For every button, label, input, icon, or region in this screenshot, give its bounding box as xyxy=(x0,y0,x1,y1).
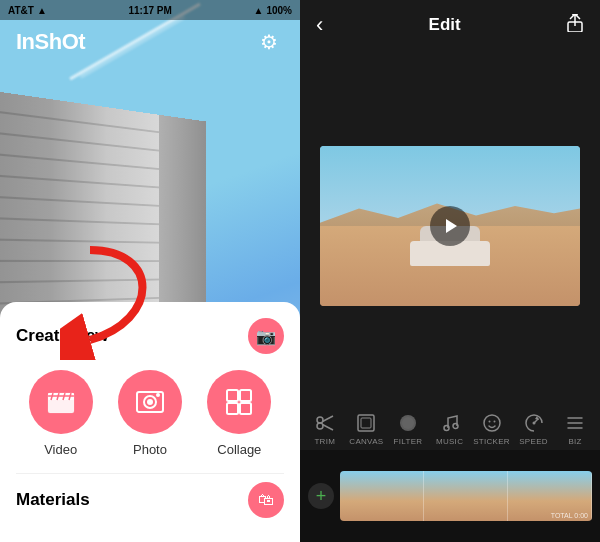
svg-rect-24 xyxy=(358,415,374,431)
status-left: AT&T ▲ xyxy=(8,5,47,16)
app-logo: InShOt xyxy=(16,29,85,55)
biz-icon xyxy=(565,412,585,434)
settings-button[interactable]: ⚙ xyxy=(254,27,284,57)
svg-line-23 xyxy=(322,425,333,431)
back-button[interactable]: ‹ xyxy=(316,12,323,38)
play-button[interactable] xyxy=(430,206,470,246)
clip-segment-2 xyxy=(424,471,508,521)
edit-title: Edit xyxy=(429,15,461,35)
video-area xyxy=(300,50,600,402)
trim-icon-svg xyxy=(315,413,335,433)
back-icon: ‹ xyxy=(316,12,323,38)
music-label: MUSIC xyxy=(436,437,463,446)
collage-option[interactable]: Collage xyxy=(207,370,271,457)
play-icon xyxy=(441,217,459,235)
timeline-clip[interactable]: TOTAL 0:00 xyxy=(340,471,592,521)
trim-tool[interactable]: TRIM xyxy=(307,412,343,446)
svg-point-31 xyxy=(488,421,490,423)
svg-line-22 xyxy=(322,416,333,422)
photo-label: Photo xyxy=(133,442,167,457)
materials-bag-button[interactable]: 🛍 xyxy=(248,482,284,518)
status-right: ▲ 100% xyxy=(254,5,292,16)
svg-point-20 xyxy=(317,417,323,423)
canvas-label: CANVAS xyxy=(349,437,383,446)
share-icon xyxy=(566,14,584,32)
filter-label: FILTER xyxy=(394,437,423,446)
camera-icon: 📷 xyxy=(256,327,276,346)
speed-icon-svg xyxy=(524,413,544,433)
gear-icon: ⚙ xyxy=(260,30,278,54)
create-new-row: Create New 📷 xyxy=(16,318,284,354)
battery-text: 100% xyxy=(266,5,292,16)
svg-point-21 xyxy=(317,423,323,429)
sticker-label: STICKER xyxy=(473,437,510,446)
svg-rect-15 xyxy=(227,403,238,414)
video-option[interactable]: Video xyxy=(29,370,93,457)
svg-rect-16 xyxy=(240,403,251,414)
svg-rect-14 xyxy=(240,390,251,401)
signal-icon: ▲ xyxy=(254,5,264,16)
svg-point-32 xyxy=(493,421,495,423)
edit-toolbar: TRIM CANVAS xyxy=(300,402,600,542)
biz-icon-svg xyxy=(565,413,585,433)
canvas-tool[interactable]: CANVAS xyxy=(348,412,384,446)
edit-header: ‹ Edit xyxy=(300,0,600,50)
left-panel: AT&T ▲ 11:17 PM ▲ 100% InShOt ⚙ xyxy=(0,0,300,542)
collage-grid-icon xyxy=(224,387,254,417)
filter-icon xyxy=(398,412,418,434)
create-new-label: Create New xyxy=(16,326,109,346)
trim-label: TRIM xyxy=(314,437,335,446)
svg-rect-13 xyxy=(227,390,238,401)
speed-icon xyxy=(524,412,544,434)
music-tool[interactable]: MUSIC xyxy=(432,412,468,446)
video-icon-circle xyxy=(29,370,93,434)
wifi-icon: ▲ xyxy=(37,5,47,16)
music-icon xyxy=(440,412,460,434)
svg-point-28 xyxy=(444,426,449,431)
biz-tool[interactable]: BIZ xyxy=(557,412,593,446)
photo-option[interactable]: Photo xyxy=(118,370,182,457)
app-header: InShOt ⚙ xyxy=(0,20,300,64)
right-panel: ‹ Edit xyxy=(300,0,600,542)
speed-label: SPEED xyxy=(519,437,548,446)
scissors-icon xyxy=(315,412,335,434)
status-bar: AT&T ▲ 11:17 PM ▲ 100% xyxy=(0,0,300,20)
video-label: Video xyxy=(44,442,77,457)
music-icon-svg xyxy=(440,413,460,433)
tools-row: TRIM CANVAS xyxy=(300,402,600,450)
canvas-icon xyxy=(356,412,376,434)
materials-label: Materials xyxy=(16,490,90,510)
svg-marker-19 xyxy=(446,219,457,233)
total-duration-label: TOTAL 0:00 xyxy=(551,512,588,519)
materials-row: Materials 🛍 xyxy=(16,473,284,526)
camera-button[interactable]: 📷 xyxy=(248,318,284,354)
svg-rect-25 xyxy=(361,418,371,428)
photo-icon xyxy=(135,387,165,417)
create-options: Video Photo xyxy=(16,370,284,457)
add-clip-button[interactable]: + xyxy=(308,483,334,509)
biz-label: BIZ xyxy=(568,437,581,446)
photo-icon-circle xyxy=(118,370,182,434)
clip-segment-1 xyxy=(340,471,424,521)
time-text: 11:17 PM xyxy=(128,5,171,16)
sticker-tool[interactable]: STICKER xyxy=(473,412,510,446)
share-button[interactable] xyxy=(566,14,584,37)
bag-icon: 🛍 xyxy=(258,491,274,509)
svg-point-12 xyxy=(156,393,160,397)
filter-icon-svg xyxy=(398,413,418,433)
collage-label: Collage xyxy=(217,442,261,457)
create-panel: Create New 📷 xyxy=(0,302,300,542)
svg-point-11 xyxy=(147,399,153,405)
speed-tool[interactable]: SPEED xyxy=(516,412,552,446)
sticker-icon xyxy=(482,412,502,434)
filter-tool[interactable]: FILTER xyxy=(390,412,426,446)
clapperboard-icon xyxy=(46,387,76,417)
svg-point-29 xyxy=(453,424,458,429)
timeline-area: + TOTAL 0:00 xyxy=(300,450,600,542)
svg-point-34 xyxy=(532,422,535,425)
carrier-text: AT&T xyxy=(8,5,34,16)
canvas-icon-svg xyxy=(356,413,376,433)
video-preview[interactable] xyxy=(320,146,580,306)
sticker-icon-svg xyxy=(482,413,502,433)
svg-point-30 xyxy=(484,415,500,431)
